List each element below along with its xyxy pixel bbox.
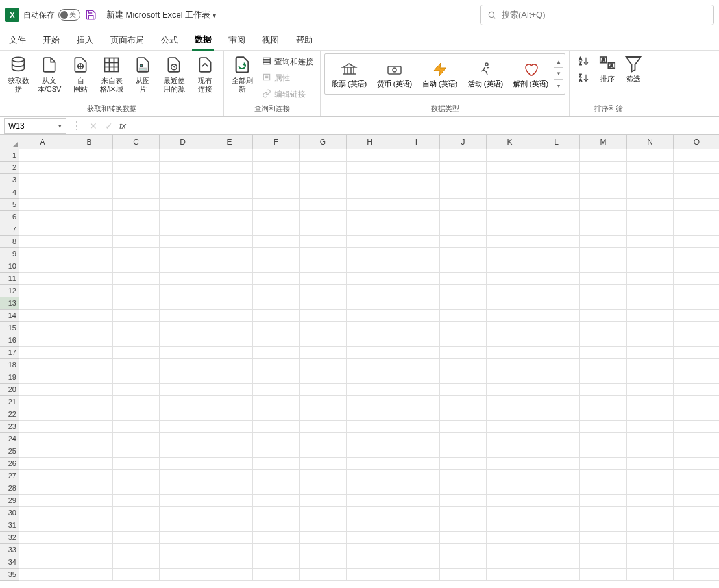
- cell[interactable]: [66, 149, 113, 162]
- cell[interactable]: [627, 236, 674, 248]
- cell[interactable]: [300, 174, 347, 186]
- cell[interactable]: [627, 458, 674, 470]
- cell[interactable]: [347, 186, 393, 199]
- cell[interactable]: [206, 223, 253, 236]
- cell[interactable]: [627, 445, 674, 458]
- cell[interactable]: [300, 421, 347, 433]
- row-header[interactable]: 30: [0, 507, 19, 519]
- cell[interactable]: [113, 186, 160, 199]
- cell[interactable]: [487, 433, 533, 445]
- cell[interactable]: [627, 359, 674, 371]
- cell[interactable]: [253, 556, 300, 569]
- cell[interactable]: [19, 248, 66, 260]
- cell[interactable]: [487, 519, 533, 532]
- cell[interactable]: [113, 421, 160, 433]
- cell[interactable]: [580, 248, 627, 260]
- cell[interactable]: [627, 297, 674, 310]
- cell[interactable]: [19, 285, 66, 297]
- cell[interactable]: [674, 273, 719, 285]
- cell[interactable]: [300, 371, 347, 384]
- cell[interactable]: [206, 174, 253, 186]
- cell[interactable]: [160, 162, 206, 174]
- row-header[interactable]: 28: [0, 482, 19, 495]
- cell[interactable]: [253, 174, 300, 186]
- cell[interactable]: [66, 273, 113, 285]
- cell[interactable]: [580, 236, 627, 248]
- toggle-switch[interactable]: 关: [58, 9, 80, 21]
- cell[interactable]: [440, 273, 487, 285]
- cell[interactable]: [580, 285, 627, 297]
- cell[interactable]: [580, 310, 627, 322]
- existing-connections-button[interactable]: 现有 连接: [191, 53, 219, 95]
- cell[interactable]: [393, 421, 440, 433]
- cell[interactable]: [580, 408, 627, 421]
- cell[interactable]: [487, 174, 533, 186]
- cell[interactable]: [300, 544, 347, 556]
- cell[interactable]: [674, 297, 719, 310]
- cell[interactable]: [487, 556, 533, 569]
- cell[interactable]: [253, 532, 300, 544]
- cell[interactable]: [347, 556, 393, 569]
- row-header[interactable]: 31: [0, 519, 19, 532]
- cell[interactable]: [347, 236, 393, 248]
- cell[interactable]: [206, 359, 253, 371]
- cell[interactable]: [206, 421, 253, 433]
- cell[interactable]: [674, 236, 719, 248]
- cell[interactable]: [253, 236, 300, 248]
- cell[interactable]: [533, 322, 580, 334]
- cell[interactable]: [300, 556, 347, 569]
- cell[interactable]: [487, 507, 533, 519]
- cell[interactable]: [627, 273, 674, 285]
- cell[interactable]: [393, 556, 440, 569]
- row-header[interactable]: 29: [0, 495, 19, 507]
- cell[interactable]: [160, 186, 206, 199]
- cell[interactable]: [393, 199, 440, 211]
- cell[interactable]: [66, 186, 113, 199]
- cell[interactable]: [113, 519, 160, 532]
- cell[interactable]: [580, 519, 627, 532]
- cell[interactable]: [19, 186, 66, 199]
- cell[interactable]: [300, 445, 347, 458]
- cell[interactable]: [66, 470, 113, 482]
- cell[interactable]: [300, 297, 347, 310]
- cell[interactable]: [347, 162, 393, 174]
- cell[interactable]: [206, 445, 253, 458]
- cell[interactable]: [253, 186, 300, 199]
- cell[interactable]: [160, 260, 206, 273]
- cell[interactable]: [674, 408, 719, 421]
- cell[interactable]: [393, 186, 440, 199]
- cell[interactable]: [627, 408, 674, 421]
- cell[interactable]: [627, 347, 674, 359]
- cell[interactable]: [160, 310, 206, 322]
- scroll-up-icon[interactable]: ▲: [554, 56, 563, 68]
- dt-auto[interactable]: 自动 (英语): [417, 59, 463, 90]
- row-header[interactable]: 20: [0, 384, 19, 396]
- cell[interactable]: [393, 248, 440, 260]
- cell[interactable]: [627, 556, 674, 569]
- cell[interactable]: [300, 396, 347, 408]
- cell[interactable]: [627, 396, 674, 408]
- cell[interactable]: [160, 347, 206, 359]
- cell[interactable]: [113, 236, 160, 248]
- get-data-button[interactable]: 获取数 据: [4, 53, 32, 95]
- cell[interactable]: [19, 273, 66, 285]
- gallery-scroll[interactable]: ▲ ▼ ▾: [554, 56, 563, 92]
- cell[interactable]: [533, 396, 580, 408]
- cell[interactable]: [347, 396, 393, 408]
- cell[interactable]: [347, 408, 393, 421]
- cell[interactable]: [19, 347, 66, 359]
- cell[interactable]: [627, 482, 674, 495]
- cell[interactable]: [206, 310, 253, 322]
- cell[interactable]: [533, 162, 580, 174]
- row-header[interactable]: 27: [0, 470, 19, 482]
- cell[interactable]: [627, 199, 674, 211]
- cell[interactable]: [440, 433, 487, 445]
- search-box[interactable]: 搜索(Alt+Q): [480, 5, 714, 25]
- cell[interactable]: [347, 347, 393, 359]
- cell[interactable]: [160, 273, 206, 285]
- column-header[interactable]: C: [113, 135, 160, 149]
- name-box[interactable]: W13 ▾: [4, 118, 66, 134]
- cell[interactable]: [580, 384, 627, 396]
- cell[interactable]: [19, 569, 66, 581]
- cell[interactable]: [347, 507, 393, 519]
